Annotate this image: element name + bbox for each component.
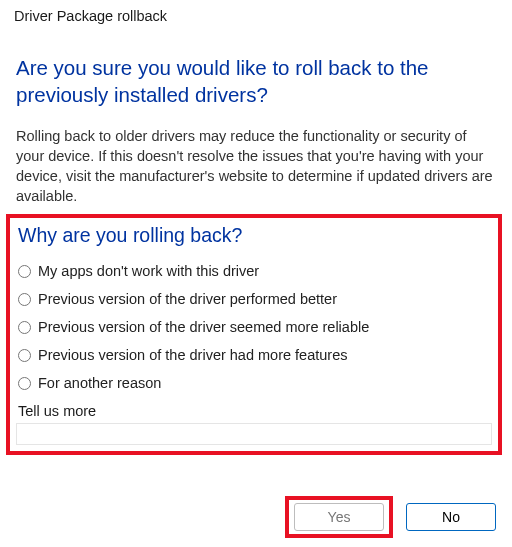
tell-more-input[interactable] <box>16 423 492 445</box>
radio-label: For another reason <box>38 375 161 391</box>
yes-button[interactable]: Yes <box>294 503 384 531</box>
radio-input[interactable] <box>18 321 31 334</box>
no-button[interactable]: No <box>406 503 496 531</box>
radio-label: Previous version of the driver seemed mo… <box>38 319 369 335</box>
survey-highlight-box: Why are you rolling back? My apps don't … <box>6 214 502 455</box>
survey-heading: Why are you rolling back? <box>18 224 492 247</box>
radio-list: My apps don't work with this driver Prev… <box>18 263 492 391</box>
radio-label: Previous version of the driver performed… <box>38 291 337 307</box>
warning-text: Rolling back to older drivers may reduce… <box>16 126 496 206</box>
button-row: Yes No <box>285 503 496 531</box>
radio-input[interactable] <box>18 293 31 306</box>
radio-item-more-reliable[interactable]: Previous version of the driver seemed mo… <box>18 319 492 335</box>
radio-input[interactable] <box>18 265 31 278</box>
radio-input[interactable] <box>18 377 31 390</box>
radio-label: Previous version of the driver had more … <box>38 347 347 363</box>
radio-item-apps-dont-work[interactable]: My apps don't work with this driver <box>18 263 492 279</box>
main-heading: Are you sure you would like to roll back… <box>16 54 496 108</box>
dialog-content: Are you sure you would like to roll back… <box>0 32 512 455</box>
radio-item-more-features[interactable]: Previous version of the driver had more … <box>18 347 492 363</box>
radio-input[interactable] <box>18 349 31 362</box>
radio-item-another-reason[interactable]: For another reason <box>18 375 492 391</box>
radio-label: My apps don't work with this driver <box>38 263 259 279</box>
tell-more-label: Tell us more <box>18 403 492 419</box>
window-title: Driver Package rollback <box>0 0 512 32</box>
radio-item-performed-better[interactable]: Previous version of the driver performed… <box>18 291 492 307</box>
yes-highlight-box: Yes <box>285 496 393 538</box>
